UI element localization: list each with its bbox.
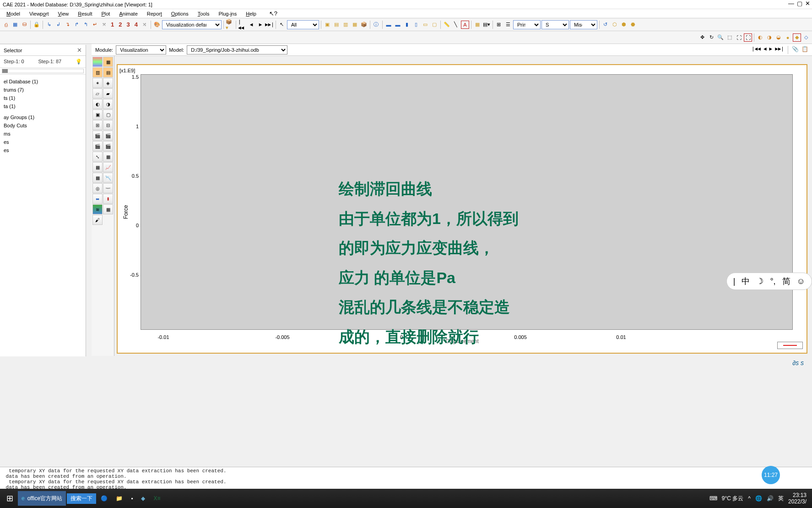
tray-weather[interactable]: 9°C 多云: [722, 495, 743, 503]
tool-field-icon[interactable]: ◎: [92, 183, 103, 193]
last-frame-icon[interactable]: ▶▶|: [265, 21, 274, 29]
tool-d-icon[interactable]: ◑: [103, 99, 113, 109]
cube-2-icon[interactable]: ▤: [332, 21, 341, 29]
tool-e-icon[interactable]: ▣: [92, 109, 103, 120]
palette-icon[interactable]: 🎨: [153, 21, 161, 29]
minimize-button[interactable]: —: [788, 0, 794, 7]
tool-contour-icon[interactable]: [92, 57, 103, 67]
text-icon[interactable]: A: [461, 21, 469, 29]
list-icon[interactable]: ☰: [504, 21, 512, 29]
axis3d-icon[interactable]: ⤨: [141, 21, 149, 29]
c2-icon[interactable]: ◑: [765, 33, 774, 42]
tree-item[interactable]: trums (7): [2, 86, 84, 94]
print-icon[interactable]: ⎙: [2, 21, 10, 29]
frame-slider-row[interactable]: Step-1: 0 Step-1: 87 💡: [0, 56, 86, 68]
tool-both-icon[interactable]: ▤: [103, 67, 113, 77]
tree-item[interactable]: ta (1): [2, 102, 84, 110]
tool-g-icon[interactable]: ⊞: [92, 120, 103, 130]
tool-cut2-icon[interactable]: ⬍: [103, 194, 113, 204]
tool-symbol-icon[interactable]: ✶: [92, 78, 103, 88]
nav-next-icon[interactable]: ▶: [769, 46, 773, 54]
task-app-2[interactable]: ◆: [137, 491, 149, 506]
cube-4-icon[interactable]: ▦: [351, 21, 359, 29]
tree-item[interactable]: ms: [2, 130, 84, 138]
tool-path-icon[interactable]: 〰: [103, 183, 113, 193]
tool-cut1-icon[interactable]: ⬌: [92, 194, 103, 204]
coord-4-icon[interactable]: ↱: [72, 21, 81, 29]
tool-xy2-icon[interactable]: ▦: [103, 152, 113, 162]
ime-lang[interactable]: 中: [742, 276, 750, 287]
clip-icon[interactable]: 📎: [792, 46, 799, 54]
iso-3-icon[interactable]: ⬣: [629, 21, 637, 29]
save-icon[interactable]: ▦: [11, 21, 19, 29]
tool-a-icon[interactable]: ▱: [92, 88, 103, 98]
tool-xy3-icon[interactable]: ▦: [92, 162, 103, 172]
view-1[interactable]: 1: [109, 21, 116, 28]
tool-color-icon[interactable]: 🖌: [92, 215, 103, 225]
rotate-icon[interactable]: ↻: [707, 33, 715, 42]
tool-anim4-icon[interactable]: 🎬: [103, 141, 113, 151]
variable-select[interactable]: Primary: [513, 20, 541, 29]
tool-material-icon[interactable]: ◈: [103, 78, 113, 88]
c5-icon[interactable]: ◆: [793, 33, 801, 42]
coord-3-icon[interactable]: ↴: [63, 21, 71, 29]
tree-item[interactable]: es: [2, 146, 84, 154]
ruler-icon[interactable]: 📏: [443, 21, 451, 29]
tree-item[interactable]: es: [2, 138, 84, 146]
menu-result[interactable]: Result: [74, 10, 96, 17]
c3-icon[interactable]: ◒: [774, 33, 783, 42]
help-cursor-icon[interactable]: ↖?: [265, 9, 281, 18]
search-task[interactable]: 搜索一下: [67, 491, 96, 506]
fit-icon[interactable]: ⛶: [735, 33, 743, 42]
line-icon[interactable]: ╲: [452, 21, 460, 29]
message-area[interactable]: temporary XY data for the requested XY d…: [0, 467, 812, 489]
tool-stream-icon[interactable]: ≋: [92, 204, 103, 214]
tool-b-icon[interactable]: ▰: [103, 88, 113, 98]
tool-anim1-icon[interactable]: 🎬: [92, 131, 103, 141]
tray-chevron-icon[interactable]: ^: [748, 495, 751, 502]
layout-4-icon[interactable]: ▯: [412, 21, 420, 29]
iso-2-icon[interactable]: ⬢: [620, 21, 628, 29]
tool-f-icon[interactable]: ▢: [103, 109, 113, 120]
coord-6-icon[interactable]: ↵: [91, 21, 99, 29]
tool-xy4-icon[interactable]: 📈: [103, 162, 113, 172]
lock-icon[interactable]: 🔒: [32, 21, 41, 29]
invariant-select[interactable]: Mises: [570, 20, 597, 29]
coord-1-icon[interactable]: ↳: [45, 21, 53, 29]
tree-item[interactable]: ts (1): [2, 94, 84, 102]
c1-icon[interactable]: ◐: [756, 33, 764, 42]
module-select[interactable]: Visualization: [116, 45, 166, 55]
menu-options[interactable]: Options: [168, 10, 192, 17]
tray-network-icon[interactable]: 🌐: [755, 495, 762, 502]
coord-2-icon[interactable]: ↲: [54, 21, 62, 29]
layers-icon[interactable]: ▤▾: [482, 21, 491, 29]
info-icon[interactable]: ⓘ: [372, 21, 380, 29]
close-button[interactable]: ✕: [805, 0, 810, 7]
output-select[interactable]: S: [541, 20, 569, 29]
start-button[interactable]: ⊞: [3, 491, 17, 506]
menu-tools[interactable]: Tools: [194, 10, 213, 17]
menu-model[interactable]: Model: [3, 10, 24, 17]
ime-simp[interactable]: 简: [782, 276, 790, 287]
ime-moon-icon[interactable]: ☽: [756, 276, 763, 286]
maximize-button[interactable]: ▢: [797, 0, 802, 7]
copy-icon[interactable]: 📋: [801, 46, 808, 54]
tool-anim3-icon[interactable]: 🎬: [92, 141, 103, 151]
menu-plugins[interactable]: Plug-ins: [215, 10, 240, 17]
menu-view[interactable]: View: [54, 10, 73, 17]
tool-h-icon[interactable]: ⊟: [103, 120, 113, 130]
c6-icon[interactable]: ◇: [802, 33, 810, 42]
tool-stream2-icon[interactable]: ▦: [103, 204, 113, 214]
cube-5-icon[interactable]: 📦: [360, 21, 368, 29]
play-icon[interactable]: ▶: [256, 21, 265, 29]
layout-6-icon[interactable]: ▢: [430, 21, 438, 29]
menu-plot[interactable]: Plot: [97, 10, 114, 17]
tray-volume-icon[interactable]: 🔊: [767, 495, 774, 502]
tree-item[interactable]: ay Groups (1): [2, 113, 84, 121]
select-mode[interactable]: All: [287, 20, 319, 29]
grid-icon[interactable]: ⊞: [495, 21, 503, 29]
cube-1-icon[interactable]: ▣: [323, 21, 331, 29]
table-icon[interactable]: ▦: [473, 21, 482, 29]
db-icon[interactable]: ⛁: [20, 21, 28, 29]
panel-close-icon[interactable]: ✕: [77, 47, 82, 54]
